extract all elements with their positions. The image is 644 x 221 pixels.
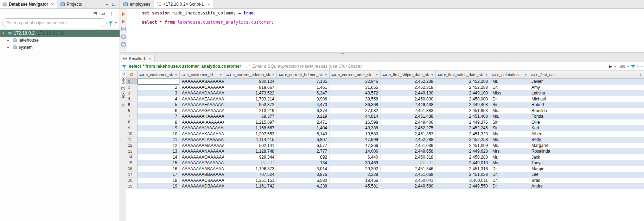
cell[interactable] <box>138 79 180 85</box>
cell[interactable]: 2,450,011 <box>436 178 490 184</box>
sort-dropdown-icon[interactable]: ▼ <box>431 73 434 76</box>
row-number[interactable]: 10 <box>126 131 138 137</box>
sort-dropdown-icon[interactable]: ▼ <box>174 73 178 76</box>
chevron-down-icon[interactable]: ▾ <box>614 65 616 68</box>
cell[interactable]: 2,451,039 <box>381 143 436 149</box>
cell[interactable]: 2,451,408 <box>436 113 490 119</box>
cell[interactable]: AAAAAAAAOAAAAAAA <box>180 154 224 160</box>
cell[interactable]: 36,368 <box>330 102 381 108</box>
cell[interactable]: 2,449,406 <box>381 119 436 125</box>
execute-statement-button[interactable] <box>122 12 125 16</box>
cell[interactable]: 1,128,748 <box>224 148 277 154</box>
cell[interactable]: 3,876 <box>277 172 330 178</box>
cell[interactable]: 1,703,214 <box>224 96 277 102</box>
chevron-down-icon[interactable]: ▾ <box>637 65 639 68</box>
cell[interactable]: AAAAAAAAEAAAAAAA <box>180 96 224 102</box>
editor-results-splitter[interactable]: ▴ ▾ <box>120 52 644 55</box>
cell[interactable]: 16 <box>138 166 180 172</box>
expand-filter-icon[interactable]: ⤢ <box>247 64 250 69</box>
cell[interactable]: 2,451,353 <box>381 131 436 137</box>
cell[interactable]: 2,451,009 <box>436 143 490 149</box>
cell[interactable]: 48,572 <box>330 90 381 96</box>
column-header-c_first_shipto_date_sk[interactable]: 123c_first_shipto_date_sk▼ <box>381 71 436 78</box>
cell[interactable]: 2,449,550 <box>436 183 490 189</box>
cell[interactable]: AAAAAAAABAAAAAAA <box>180 79 224 85</box>
cell[interactable]: 68,377 <box>224 113 277 119</box>
row-number[interactable]: 13 <box>126 148 138 154</box>
cell[interactable]: 44,814 <box>330 113 381 119</box>
tree-item-lakehouse[interactable]: ▸ lakehouse <box>0 37 120 44</box>
cell[interactable]: 2,471 <box>277 119 330 125</box>
cell[interactable]: 9 <box>138 125 180 131</box>
cell[interactable]: 2,451,323 <box>436 131 490 137</box>
cell[interactable]: 4,470 <box>277 102 330 108</box>
cell[interactable]: 502,141 <box>224 143 277 149</box>
cell[interactable]: 6,440 <box>330 154 381 160</box>
row-number[interactable]: 1 <box>126 79 138 85</box>
cell[interactable]: 953,372 <box>224 102 277 108</box>
tab-sql-script[interactable]: <172.18.0.2> Script-1 ✕ <box>154 0 214 8</box>
filter-expression-input[interactable]: Enter a SQL expression to filter results… <box>252 64 607 69</box>
tab-employees[interactable]: employees <box>120 0 154 8</box>
cell[interactable]: 7,135 <box>277 79 330 85</box>
cell[interactable]: Ms. <box>490 160 529 166</box>
cell[interactable]: 2,449,010 <box>436 160 490 166</box>
panel-arrow-icon[interactable]: ⇐ <box>641 64 644 69</box>
tab-grid-view[interactable]: Grid <box>120 71 126 86</box>
close-icon[interactable]: ✕ <box>148 57 151 61</box>
cell[interactable]: [NULL] <box>381 160 436 166</box>
cell[interactable]: [NULL] <box>224 160 277 166</box>
cell[interactable]: Jack <box>529 154 644 160</box>
cell[interactable]: Ollie <box>529 119 644 125</box>
cell[interactable]: Dr. <box>490 166 529 172</box>
cell[interactable]: 2,449,658 <box>381 148 436 154</box>
cell[interactable]: 5 <box>138 102 180 108</box>
row-number[interactable]: 14 <box>126 154 138 160</box>
cell[interactable]: AAAAAAAAFAAAAAAA <box>180 102 224 108</box>
cell[interactable]: 1,161,742 <box>224 183 277 189</box>
expander-closed-icon[interactable]: ▸ <box>7 38 11 42</box>
row-number[interactable]: 4 <box>126 96 138 102</box>
cell[interactable]: 31,655 <box>330 85 381 91</box>
cell[interactable]: 2,450,318 <box>381 154 436 160</box>
cell[interactable]: AAAAAAAAHAAAAAAA <box>180 113 224 119</box>
cell[interactable]: Ms. <box>490 113 529 119</box>
cell[interactable]: 2,452,238 <box>381 79 436 85</box>
tab-projects[interactable]: Projects <box>57 0 85 8</box>
column-header-c_first_na[interactable]: Azc_first_na▼ <box>529 71 644 78</box>
cell[interactable]: Michael <box>529 96 644 102</box>
cell[interactable]: 134 <box>277 160 330 166</box>
cell[interactable]: 2,449,580 <box>381 183 436 189</box>
cell[interactable]: Brunilda <box>529 108 644 114</box>
row-number[interactable]: 9 <box>126 125 138 131</box>
tree-item-connection[interactable]: ▾ 172.18.0.2 172.18.0.2:24 <box>0 30 120 37</box>
column-header-c_current_addr_sk[interactable]: 123c_current_addr_sk▼ <box>330 71 381 78</box>
cell[interactable]: 18,456 <box>330 178 381 184</box>
sort-dropdown-icon[interactable]: ▼ <box>375 73 378 76</box>
filter-settings-icon[interactable] <box>631 65 635 68</box>
erase-filter-icon[interactable] <box>620 65 626 68</box>
sql-editor[interactable]: set session hide_inaccessible_columns = … <box>127 9 644 52</box>
row-number[interactable]: 15 <box>126 160 138 166</box>
cell[interactable]: 6,374 <box>277 108 330 114</box>
cell[interactable]: 1,461 <box>277 85 330 91</box>
row-number[interactable]: 7 <box>126 113 138 119</box>
cell[interactable]: AAAAAAAANAAAAAAA <box>180 148 224 154</box>
cell[interactable]: 19,580 <box>330 131 381 137</box>
cell[interactable]: 29,302 <box>330 166 381 172</box>
cell[interactable]: Tonya <box>529 160 644 166</box>
cell[interactable]: 1,404 <box>277 125 330 131</box>
cell[interactable]: Miss <box>490 90 529 96</box>
row-number[interactable]: 2 <box>126 85 138 91</box>
cell[interactable]: 1,207,553 <box>224 131 277 137</box>
cell[interactable]: 3,219 <box>277 113 330 119</box>
cell[interactable]: 2,449,438 <box>381 102 436 108</box>
cell[interactable]: 2,451,346 <box>381 166 436 172</box>
cell[interactable]: 2,450,041 <box>381 178 436 184</box>
cell[interactable]: Fonda <box>529 113 644 119</box>
tab-results-1[interactable]: Results 1 ✕ <box>120 55 155 62</box>
cell[interactable]: 2,449,100 <box>436 90 490 96</box>
grid-corner-cell[interactable] <box>126 71 138 78</box>
row-number[interactable]: 5 <box>126 102 138 108</box>
cell[interactable]: 1,114,415 <box>224 137 277 143</box>
